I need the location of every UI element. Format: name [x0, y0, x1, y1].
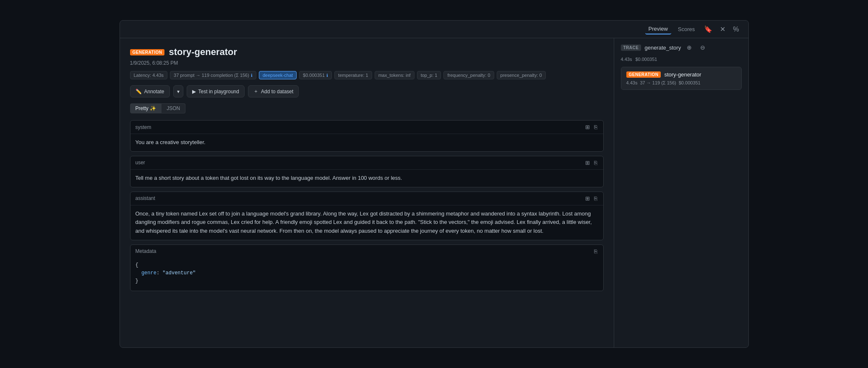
message-content-assistant: Once, a tiny token named Lex set off to …: [130, 205, 603, 240]
annotate-label: Annotate: [144, 89, 164, 95]
percent-icon-btn[interactable]: %: [730, 24, 741, 34]
role-assistant: assistant: [136, 195, 155, 201]
role-system: system: [136, 124, 151, 130]
test-playground-label: Test in playground: [198, 89, 239, 95]
metadata-content: { genre: "adventure" }: [130, 258, 603, 291]
trace-cost: $0.000351: [635, 57, 657, 62]
generation-badge: GENERATION: [130, 49, 165, 55]
trace-card-latency: 4.43s: [626, 80, 638, 85]
info-icon-cost: ℹ: [326, 73, 328, 78]
tag-temperature: temperature: 1: [334, 71, 372, 79]
message-icons-user: ⊞ ⎘: [584, 160, 598, 166]
message-icon-view-system[interactable]: ⊞: [584, 124, 591, 130]
message-icon-copy-user[interactable]: ⎘: [593, 160, 598, 166]
annotate-button[interactable]: ✏️ Annotate: [130, 85, 170, 97]
outer-container: Preview Scores 🔖 ✕ % GENERATION story-ge…: [0, 0, 868, 368]
trace-remove-icon-btn[interactable]: ⊖: [698, 43, 708, 52]
trace-header: TRACE generate_story ⊕ ⊖: [621, 43, 742, 52]
main-panel: Preview Scores 🔖 ✕ % GENERATION story-ge…: [120, 20, 749, 348]
message-header-user: user ⊞ ⎘: [130, 156, 603, 170]
content-area: GENERATION story-generator 1/9/2025, 6:0…: [120, 38, 748, 347]
message-icon-copy-system[interactable]: ⎘: [593, 124, 598, 130]
tag-latency: Latency: 4.43s: [130, 71, 168, 79]
tab-scores[interactable]: Scores: [675, 24, 698, 34]
actions-row: ✏️ Annotate ▾ ▶ Test in playground ＋ Add…: [130, 85, 604, 97]
trace-meta: 4.43s $0.000351: [621, 57, 742, 62]
role-user: user: [136, 160, 145, 166]
message-header-system: system ⊞ ⎘: [130, 121, 603, 134]
metadata-key-genre: genre: [136, 270, 156, 276]
test-playground-button[interactable]: ▶ Test in playground: [187, 85, 245, 97]
message-block-assistant: assistant ⊞ ⎘ Once, a tiny token named L…: [130, 192, 604, 240]
metadata-value-genre: "adventure": [162, 270, 195, 276]
annotate-dropdown-button[interactable]: ▾: [173, 85, 183, 97]
message-block-system: system ⊞ ⎘ You are a creative storytelle…: [130, 120, 604, 152]
metadata-copy-btn[interactable]: ⎘: [593, 248, 598, 255]
tags-row: Latency: 4.43s 37 prompt → 119 completio…: [130, 71, 604, 79]
tag-top-p: top_p: 1: [417, 71, 441, 79]
info-icon-tokens: ℹ: [251, 73, 253, 78]
message-icon-copy-assistant[interactable]: ⎘: [593, 195, 598, 202]
tag-frequency-penalty: frequency_penalty: 0: [443, 71, 494, 79]
generation-title: story-generator: [169, 47, 237, 58]
generation-header: GENERATION story-generator: [130, 47, 604, 58]
message-content-system: You are a creative storyteller.: [130, 134, 603, 151]
message-block-user: user ⊞ ⎘ Tell me a short story about a t…: [130, 156, 604, 187]
close-icon-btn[interactable]: ✕: [717, 24, 728, 34]
message-icons-system: ⊞ ⎘: [584, 124, 598, 130]
message-icon-view-assistant[interactable]: ⊞: [584, 195, 591, 202]
add-icon: ＋: [253, 88, 258, 95]
playground-icon: ▶: [192, 89, 196, 95]
trace-title: generate_story: [644, 45, 681, 51]
trace-card-title: story-generator: [664, 71, 701, 78]
trace-card-header: GENERATION story-generator: [626, 71, 736, 78]
tag-max-tokens: max_tokens: inf: [375, 71, 414, 79]
edit-icon: ✏️: [136, 89, 142, 95]
trace-add-icon-btn[interactable]: ⊕: [684, 43, 694, 52]
trace-card-badge: GENERATION: [626, 71, 661, 78]
right-panel: TRACE generate_story ⊕ ⊖ 4.43s $0.000351…: [614, 38, 748, 347]
left-panel: GENERATION story-generator 1/9/2025, 6:0…: [120, 38, 614, 347]
message-icons-assistant: ⊞ ⎘: [584, 195, 598, 202]
trace-card-tokens: 37 → 119 (Σ 156): [640, 80, 676, 85]
bookmark-icon-btn[interactable]: 🔖: [701, 24, 715, 34]
format-pretty-button[interactable]: Pretty ✨: [130, 103, 162, 113]
top-tabs-bar: Preview Scores 🔖 ✕ %: [120, 21, 748, 38]
message-icon-view-user[interactable]: ⊞: [584, 160, 591, 166]
metadata-brace-close: }: [136, 278, 138, 284]
format-json-button[interactable]: JSON: [162, 103, 185, 113]
add-to-dataset-button[interactable]: ＋ Add to dataset: [248, 85, 299, 97]
message-header-assistant: assistant ⊞ ⎘: [130, 192, 603, 205]
metadata-header: Metadata ⎘: [130, 245, 603, 258]
trace-card[interactable]: GENERATION story-generator 4.43s 37 → 11…: [621, 67, 742, 90]
trace-card-meta: 4.43s 37 → 119 (Σ 156) $0.000351: [626, 80, 736, 85]
metadata-label: Metadata: [136, 248, 156, 254]
trace-card-cost: $0.000351: [679, 80, 701, 85]
trace-badge: TRACE: [621, 45, 641, 51]
tag-tokens: 37 prompt → 119 completion (Σ 156) ℹ: [170, 71, 256, 79]
tag-cost: $0.000351 ℹ: [299, 71, 332, 79]
metadata-block: Metadata ⎘ { genre: "adventure" }: [130, 244, 604, 291]
add-dataset-label: Add to dataset: [261, 89, 293, 95]
trace-latency: 4.43s: [621, 57, 632, 62]
metadata-brace-open: {: [136, 262, 138, 268]
message-content-user: Tell me a short story about a token that…: [130, 170, 603, 187]
tab-preview[interactable]: Preview: [645, 24, 671, 34]
top-right-icons: 🔖 ✕ %: [701, 24, 741, 34]
tag-presence-penalty: presence_penalty: 0: [497, 71, 546, 79]
tag-model: deepseek-chat: [259, 71, 297, 79]
format-row: Pretty ✨ JSON: [130, 103, 604, 113]
generation-timestamp: 1/9/2025, 6:08:25 PM: [130, 60, 604, 66]
metadata-colon: :: [156, 270, 162, 276]
